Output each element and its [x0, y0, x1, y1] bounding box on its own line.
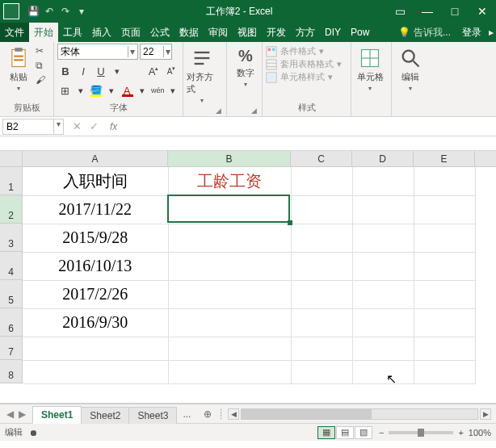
- tab-data[interactable]: 数据: [174, 23, 204, 42]
- cells-area[interactable]: 入职时间工龄工资2017/11/222015/9/282016/10/13201…: [23, 167, 476, 384]
- hscroll-track[interactable]: [241, 408, 478, 420]
- select-all-corner[interactable]: [0, 151, 23, 167]
- paste-button[interactable]: 粘贴 ▾: [3, 44, 34, 92]
- phonetic-button[interactable]: wén: [150, 82, 166, 98]
- cell-B7[interactable]: [168, 337, 291, 360]
- namebox-drop-icon[interactable]: ▾: [53, 119, 63, 134]
- fx-icon[interactable]: fx: [110, 121, 117, 132]
- ribbon-options-icon[interactable]: ▭: [386, 0, 414, 23]
- cell-D7[interactable]: [352, 337, 414, 360]
- tab-file[interactable]: 文件: [0, 23, 29, 42]
- tab-diy[interactable]: DIY: [320, 23, 346, 42]
- cell-D1[interactable]: [352, 167, 414, 195]
- cell-C1[interactable]: [291, 167, 352, 195]
- italic-button[interactable]: I: [75, 63, 91, 79]
- sheet-tab-sheet2[interactable]: Sheet2: [81, 407, 129, 424]
- save-icon[interactable]: 💾: [26, 4, 40, 19]
- sheet-nav-prev-icon[interactable]: ◀: [6, 408, 14, 420]
- sheet-tab-sheet1[interactable]: Sheet1: [32, 406, 82, 424]
- col-header-B[interactable]: B: [168, 151, 291, 166]
- row-header-7[interactable]: 7: [0, 337, 22, 360]
- sheet-add-button[interactable]: ⊕: [197, 408, 218, 420]
- cell-E4[interactable]: [414, 252, 475, 280]
- bold-button[interactable]: B: [57, 63, 74, 79]
- cut-icon[interactable]: ✂: [36, 45, 50, 57]
- row-header-8[interactable]: 8: [0, 360, 22, 383]
- cell-C6[interactable]: [291, 308, 352, 337]
- cell-A7[interactable]: [23, 337, 168, 360]
- tabs-overflow-icon[interactable]: ▸: [486, 23, 496, 42]
- tab-insert[interactable]: 插入: [87, 23, 116, 42]
- fontcolor-drop-icon[interactable]: ▾: [137, 82, 149, 98]
- font-size-combo[interactable]: ▾: [140, 44, 172, 60]
- cell-E7[interactable]: [414, 337, 475, 360]
- name-box[interactable]: ▾: [2, 119, 64, 135]
- col-header-C[interactable]: C: [291, 151, 352, 166]
- grow-font-button[interactable]: A▴: [145, 63, 162, 79]
- align-launcher-icon[interactable]: ◢: [216, 107, 221, 115]
- cell-B4[interactable]: [168, 252, 291, 280]
- table-format-button[interactable]: 套用表格格式 ▾: [266, 58, 347, 70]
- zoom-knob[interactable]: [418, 429, 424, 437]
- fill-color-button[interactable]: 🪣: [88, 82, 103, 98]
- tab-view[interactable]: 视图: [233, 23, 262, 42]
- cell-B5[interactable]: [168, 280, 291, 308]
- cell-B2[interactable]: [168, 195, 291, 224]
- minimize-button[interactable]: —: [414, 0, 441, 23]
- cell-E5[interactable]: [414, 280, 475, 308]
- alignment-button[interactable]: 对齐方式 ▾: [187, 44, 217, 104]
- shrink-font-button[interactable]: A▾: [163, 63, 179, 79]
- number-launcher-icon[interactable]: ◢: [251, 107, 257, 115]
- tab-fangfang[interactable]: 方方: [291, 23, 320, 42]
- hscroll-thumb[interactable]: [242, 409, 371, 419]
- col-header-A[interactable]: A: [23, 151, 168, 166]
- copy-icon[interactable]: ⧉: [36, 60, 50, 71]
- cell-E2[interactable]: [414, 195, 475, 224]
- editing-button[interactable]: 编辑 ▾: [395, 44, 426, 92]
- tell-me[interactable]: 💡 告诉我...: [392, 23, 457, 42]
- login-button[interactable]: 登录: [457, 23, 486, 42]
- border-drop-icon[interactable]: ▾: [74, 82, 86, 98]
- tab-dev[interactable]: 开发: [262, 23, 291, 42]
- cell-D4[interactable]: [352, 252, 414, 280]
- sheet-more-button[interactable]: ...: [176, 408, 197, 420]
- view-pagebreak-icon[interactable]: ▧: [355, 426, 372, 439]
- cell-A5[interactable]: 2017/2/26: [23, 280, 168, 308]
- font-name-combo[interactable]: ▾: [57, 44, 138, 60]
- sheet-tab-sheet3[interactable]: Sheet3: [128, 407, 177, 424]
- cell-E3[interactable]: [414, 224, 475, 252]
- cell-E6[interactable]: [414, 308, 475, 337]
- tab-review[interactable]: 审阅: [204, 23, 233, 42]
- enter-formula-icon[interactable]: ✓: [90, 120, 99, 132]
- cell-C4[interactable]: [291, 252, 352, 280]
- cell-C3[interactable]: [291, 224, 352, 252]
- cell-D8[interactable]: [352, 360, 414, 383]
- cell-A1[interactable]: 入职时间: [23, 167, 168, 195]
- cell-A6[interactable]: 2016/9/30: [23, 308, 168, 337]
- font-size-input[interactable]: [141, 46, 163, 57]
- zoom-slider[interactable]: [389, 431, 453, 434]
- font-name-input[interactable]: [58, 46, 128, 57]
- cell-A3[interactable]: 2015/9/28: [23, 224, 168, 252]
- tab-power[interactable]: Pow: [346, 23, 374, 42]
- cell-D5[interactable]: [352, 280, 414, 308]
- cell-style-button[interactable]: 单元格样式 ▾: [266, 71, 347, 83]
- zoom-in-button[interactable]: +: [458, 428, 463, 438]
- row-header-1[interactable]: 1: [0, 167, 22, 195]
- cell-A8[interactable]: [23, 360, 168, 383]
- cell-A4[interactable]: 2016/10/13: [23, 252, 168, 280]
- cells-button[interactable]: 单元格 ▾: [355, 44, 385, 92]
- tab-formula[interactable]: 公式: [145, 23, 174, 42]
- cancel-formula-icon[interactable]: ✕: [73, 120, 82, 132]
- macro-record-icon[interactable]: ⏺: [29, 428, 38, 438]
- row-header-2[interactable]: 2: [0, 195, 22, 224]
- name-box-input[interactable]: [3, 119, 53, 134]
- qat-customize-icon[interactable]: ▾: [74, 4, 89, 19]
- cell-A2[interactable]: 2017/11/22: [23, 195, 168, 224]
- fill-drop-icon[interactable]: ▾: [105, 82, 117, 98]
- zoom-out-button[interactable]: −: [379, 428, 384, 438]
- format-painter-icon[interactable]: 🖌: [36, 74, 50, 86]
- cell-C7[interactable]: [291, 337, 352, 360]
- cell-D2[interactable]: [352, 195, 414, 224]
- hscroll-left-icon[interactable]: ◀: [228, 408, 239, 420]
